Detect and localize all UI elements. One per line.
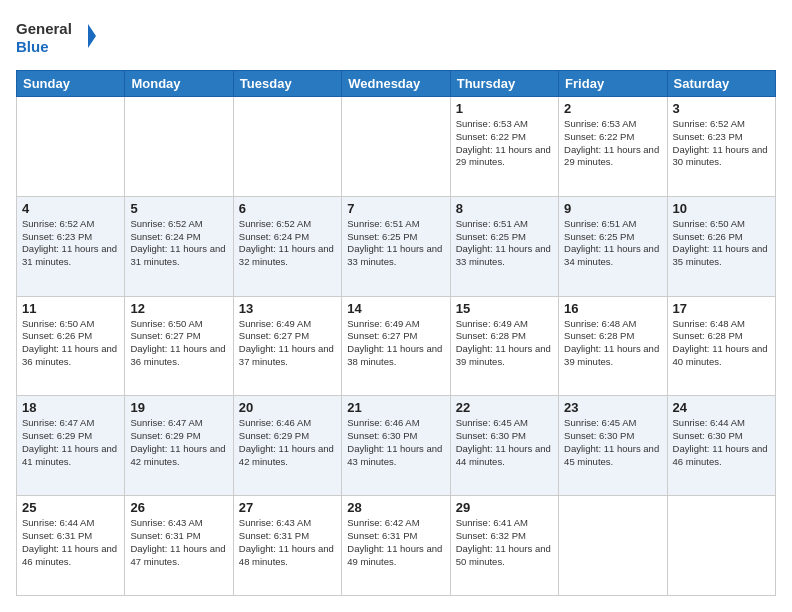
day-number: 7 bbox=[347, 201, 444, 216]
day-cell-3-0: 18Sunrise: 6:47 AM Sunset: 6:29 PM Dayli… bbox=[17, 396, 125, 496]
day-number: 4 bbox=[22, 201, 119, 216]
day-cell-1-2: 6Sunrise: 6:52 AM Sunset: 6:24 PM Daylig… bbox=[233, 196, 341, 296]
day-number: 12 bbox=[130, 301, 227, 316]
day-cell-1-4: 8Sunrise: 6:51 AM Sunset: 6:25 PM Daylig… bbox=[450, 196, 558, 296]
day-number: 20 bbox=[239, 400, 336, 415]
day-number: 22 bbox=[456, 400, 553, 415]
logo: General Blue bbox=[16, 16, 96, 60]
day-number: 13 bbox=[239, 301, 336, 316]
day-info: Sunrise: 6:49 AM Sunset: 6:28 PM Dayligh… bbox=[456, 318, 553, 369]
calendar-table: SundayMondayTuesdayWednesdayThursdayFrid… bbox=[16, 70, 776, 596]
day-number: 11 bbox=[22, 301, 119, 316]
day-cell-4-1: 26Sunrise: 6:43 AM Sunset: 6:31 PM Dayli… bbox=[125, 496, 233, 596]
svg-marker-2 bbox=[88, 24, 96, 48]
day-cell-2-3: 14Sunrise: 6:49 AM Sunset: 6:27 PM Dayli… bbox=[342, 296, 450, 396]
day-cell-1-3: 7Sunrise: 6:51 AM Sunset: 6:25 PM Daylig… bbox=[342, 196, 450, 296]
day-cell-4-3: 28Sunrise: 6:42 AM Sunset: 6:31 PM Dayli… bbox=[342, 496, 450, 596]
day-number: 25 bbox=[22, 500, 119, 515]
day-number: 17 bbox=[673, 301, 770, 316]
day-cell-3-3: 21Sunrise: 6:46 AM Sunset: 6:30 PM Dayli… bbox=[342, 396, 450, 496]
day-number: 29 bbox=[456, 500, 553, 515]
day-cell-2-0: 11Sunrise: 6:50 AM Sunset: 6:26 PM Dayli… bbox=[17, 296, 125, 396]
day-info: Sunrise: 6:48 AM Sunset: 6:28 PM Dayligh… bbox=[673, 318, 770, 369]
day-info: Sunrise: 6:41 AM Sunset: 6:32 PM Dayligh… bbox=[456, 517, 553, 568]
day-info: Sunrise: 6:43 AM Sunset: 6:31 PM Dayligh… bbox=[239, 517, 336, 568]
week-row-5: 25Sunrise: 6:44 AM Sunset: 6:31 PM Dayli… bbox=[17, 496, 776, 596]
day-cell-2-6: 17Sunrise: 6:48 AM Sunset: 6:28 PM Dayli… bbox=[667, 296, 775, 396]
header-sunday: Sunday bbox=[17, 71, 125, 97]
day-cell-0-3 bbox=[342, 97, 450, 197]
svg-text:General: General bbox=[16, 20, 72, 37]
day-cell-2-4: 15Sunrise: 6:49 AM Sunset: 6:28 PM Dayli… bbox=[450, 296, 558, 396]
header-wednesday: Wednesday bbox=[342, 71, 450, 97]
day-cell-2-1: 12Sunrise: 6:50 AM Sunset: 6:27 PM Dayli… bbox=[125, 296, 233, 396]
header: General Blue bbox=[16, 16, 776, 60]
day-info: Sunrise: 6:47 AM Sunset: 6:29 PM Dayligh… bbox=[22, 417, 119, 468]
day-cell-2-5: 16Sunrise: 6:48 AM Sunset: 6:28 PM Dayli… bbox=[559, 296, 667, 396]
day-number: 28 bbox=[347, 500, 444, 515]
day-cell-1-0: 4Sunrise: 6:52 AM Sunset: 6:23 PM Daylig… bbox=[17, 196, 125, 296]
day-info: Sunrise: 6:46 AM Sunset: 6:29 PM Dayligh… bbox=[239, 417, 336, 468]
week-row-4: 18Sunrise: 6:47 AM Sunset: 6:29 PM Dayli… bbox=[17, 396, 776, 496]
day-number: 5 bbox=[130, 201, 227, 216]
header-saturday: Saturday bbox=[667, 71, 775, 97]
day-number: 16 bbox=[564, 301, 661, 316]
header-monday: Monday bbox=[125, 71, 233, 97]
day-cell-4-0: 25Sunrise: 6:44 AM Sunset: 6:31 PM Dayli… bbox=[17, 496, 125, 596]
day-number: 23 bbox=[564, 400, 661, 415]
day-info: Sunrise: 6:52 AM Sunset: 6:23 PM Dayligh… bbox=[22, 218, 119, 269]
day-number: 2 bbox=[564, 101, 661, 116]
logo-icon: General Blue bbox=[16, 16, 96, 60]
day-number: 18 bbox=[22, 400, 119, 415]
day-info: Sunrise: 6:52 AM Sunset: 6:23 PM Dayligh… bbox=[673, 118, 770, 169]
day-info: Sunrise: 6:50 AM Sunset: 6:26 PM Dayligh… bbox=[673, 218, 770, 269]
day-info: Sunrise: 6:45 AM Sunset: 6:30 PM Dayligh… bbox=[456, 417, 553, 468]
day-number: 24 bbox=[673, 400, 770, 415]
day-info: Sunrise: 6:47 AM Sunset: 6:29 PM Dayligh… bbox=[130, 417, 227, 468]
week-row-1: 1Sunrise: 6:53 AM Sunset: 6:22 PM Daylig… bbox=[17, 97, 776, 197]
day-info: Sunrise: 6:52 AM Sunset: 6:24 PM Dayligh… bbox=[239, 218, 336, 269]
day-cell-0-6: 3Sunrise: 6:52 AM Sunset: 6:23 PM Daylig… bbox=[667, 97, 775, 197]
day-cell-4-5 bbox=[559, 496, 667, 596]
day-number: 8 bbox=[456, 201, 553, 216]
day-cell-1-1: 5Sunrise: 6:52 AM Sunset: 6:24 PM Daylig… bbox=[125, 196, 233, 296]
day-info: Sunrise: 6:48 AM Sunset: 6:28 PM Dayligh… bbox=[564, 318, 661, 369]
header-tuesday: Tuesday bbox=[233, 71, 341, 97]
day-number: 27 bbox=[239, 500, 336, 515]
day-info: Sunrise: 6:52 AM Sunset: 6:24 PM Dayligh… bbox=[130, 218, 227, 269]
day-number: 3 bbox=[673, 101, 770, 116]
day-cell-1-5: 9Sunrise: 6:51 AM Sunset: 6:25 PM Daylig… bbox=[559, 196, 667, 296]
day-cell-3-4: 22Sunrise: 6:45 AM Sunset: 6:30 PM Dayli… bbox=[450, 396, 558, 496]
day-number: 10 bbox=[673, 201, 770, 216]
day-cell-0-4: 1Sunrise: 6:53 AM Sunset: 6:22 PM Daylig… bbox=[450, 97, 558, 197]
day-info: Sunrise: 6:51 AM Sunset: 6:25 PM Dayligh… bbox=[564, 218, 661, 269]
day-cell-0-1 bbox=[125, 97, 233, 197]
day-cell-0-0 bbox=[17, 97, 125, 197]
day-cell-3-1: 19Sunrise: 6:47 AM Sunset: 6:29 PM Dayli… bbox=[125, 396, 233, 496]
day-info: Sunrise: 6:44 AM Sunset: 6:31 PM Dayligh… bbox=[22, 517, 119, 568]
day-info: Sunrise: 6:45 AM Sunset: 6:30 PM Dayligh… bbox=[564, 417, 661, 468]
day-number: 19 bbox=[130, 400, 227, 415]
week-row-2: 4Sunrise: 6:52 AM Sunset: 6:23 PM Daylig… bbox=[17, 196, 776, 296]
day-number: 14 bbox=[347, 301, 444, 316]
day-cell-3-6: 24Sunrise: 6:44 AM Sunset: 6:30 PM Dayli… bbox=[667, 396, 775, 496]
day-info: Sunrise: 6:50 AM Sunset: 6:27 PM Dayligh… bbox=[130, 318, 227, 369]
day-cell-2-2: 13Sunrise: 6:49 AM Sunset: 6:27 PM Dayli… bbox=[233, 296, 341, 396]
day-cell-4-2: 27Sunrise: 6:43 AM Sunset: 6:31 PM Dayli… bbox=[233, 496, 341, 596]
day-info: Sunrise: 6:42 AM Sunset: 6:31 PM Dayligh… bbox=[347, 517, 444, 568]
day-info: Sunrise: 6:53 AM Sunset: 6:22 PM Dayligh… bbox=[564, 118, 661, 169]
day-number: 21 bbox=[347, 400, 444, 415]
day-number: 1 bbox=[456, 101, 553, 116]
day-cell-3-5: 23Sunrise: 6:45 AM Sunset: 6:30 PM Dayli… bbox=[559, 396, 667, 496]
day-info: Sunrise: 6:49 AM Sunset: 6:27 PM Dayligh… bbox=[347, 318, 444, 369]
day-number: 26 bbox=[130, 500, 227, 515]
day-info: Sunrise: 6:51 AM Sunset: 6:25 PM Dayligh… bbox=[347, 218, 444, 269]
day-info: Sunrise: 6:46 AM Sunset: 6:30 PM Dayligh… bbox=[347, 417, 444, 468]
day-cell-4-6 bbox=[667, 496, 775, 596]
day-info: Sunrise: 6:51 AM Sunset: 6:25 PM Dayligh… bbox=[456, 218, 553, 269]
header-thursday: Thursday bbox=[450, 71, 558, 97]
week-row-3: 11Sunrise: 6:50 AM Sunset: 6:26 PM Dayli… bbox=[17, 296, 776, 396]
day-number: 9 bbox=[564, 201, 661, 216]
page: General Blue SundayMondayTuesdayWednesda… bbox=[0, 0, 792, 612]
day-info: Sunrise: 6:53 AM Sunset: 6:22 PM Dayligh… bbox=[456, 118, 553, 169]
